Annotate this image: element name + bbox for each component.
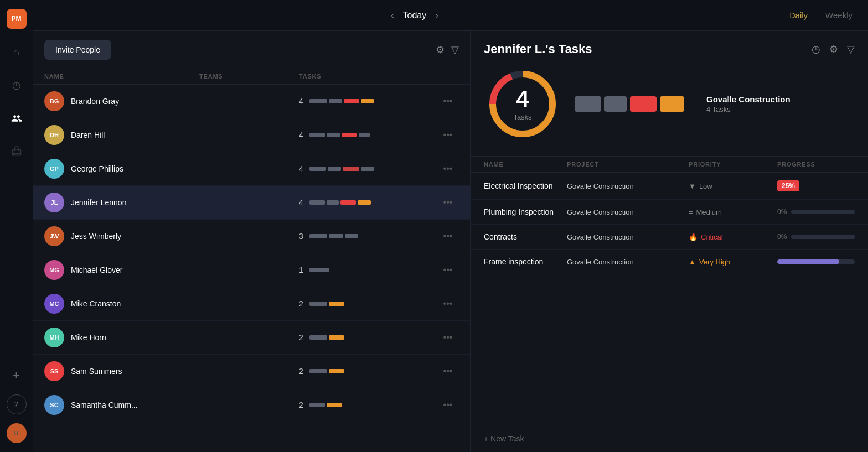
task-bar bbox=[329, 234, 343, 238]
more-options-button[interactable]: ••• bbox=[437, 96, 459, 106]
person-name: MG Michael Glover bbox=[44, 260, 199, 280]
more-options-button[interactable]: ••• bbox=[437, 299, 459, 309]
more-options-button[interactable]: ••• bbox=[437, 366, 459, 376]
task-bars: 2 bbox=[299, 367, 437, 376]
task-bar bbox=[327, 200, 339, 205]
task-bars: 1 bbox=[299, 266, 437, 274]
task-count: 1 bbox=[299, 266, 303, 274]
task-count: 4 bbox=[299, 164, 303, 173]
progress-bar-bg bbox=[777, 259, 855, 264]
task-bar bbox=[329, 335, 344, 340]
more-options-button[interactable]: ••• bbox=[437, 164, 459, 174]
person-row[interactable]: JW Jess Wimberly 3 ••• bbox=[33, 220, 470, 253]
people-panel-header: Invite People ⚙ ▽ bbox=[33, 31, 470, 69]
people-panel: Invite People ⚙ ▽ NAME TEAMS TASKS BG Br… bbox=[33, 31, 471, 452]
legend-bar-1 bbox=[575, 96, 601, 112]
next-button[interactable]: › bbox=[431, 8, 442, 23]
settings-icon[interactable]: ⚙ bbox=[436, 44, 445, 56]
task-row[interactable]: Electrical Inspection Govalle Constructi… bbox=[471, 173, 868, 200]
avatar: SC bbox=[44, 395, 64, 415]
chart-icon[interactable]: ◷ bbox=[812, 43, 820, 55]
task-bars: 4 bbox=[299, 198, 437, 207]
briefcase-icon[interactable] bbox=[7, 142, 27, 162]
help-icon[interactable]: ? bbox=[7, 394, 27, 414]
task-row[interactable]: Contracts Govalle Construction 🔥 Critica… bbox=[471, 225, 868, 250]
person-name: BG Brandon Gray bbox=[44, 91, 199, 111]
task-bar bbox=[344, 99, 359, 103]
progress-cell: 0% bbox=[777, 233, 855, 241]
person-row[interactable]: GP George Phillips 4 ••• bbox=[33, 152, 470, 186]
more-options-button[interactable]: ••• bbox=[437, 265, 459, 275]
donut-label: Tasks bbox=[513, 113, 531, 121]
add-icon[interactable]: + bbox=[7, 366, 27, 386]
task-bar bbox=[309, 268, 329, 272]
content-area: Invite People ⚙ ▽ NAME TEAMS TASKS BG Br… bbox=[33, 31, 868, 452]
legend-bar-2 bbox=[604, 96, 627, 112]
task-bar bbox=[343, 167, 359, 171]
person-name: SC Samantha Cumm... bbox=[44, 395, 199, 415]
logo-icon[interactable]: PM bbox=[7, 9, 27, 29]
progress-bar-bg bbox=[791, 210, 855, 214]
prev-button[interactable]: ‹ bbox=[386, 8, 398, 23]
person-row[interactable]: MC Mike Cranston 2 ••• bbox=[33, 287, 470, 321]
project-name: Govalle Construction bbox=[706, 95, 790, 104]
person-row[interactable]: DH Daren Hill 4 ••• bbox=[33, 118, 470, 152]
people-icon[interactable] bbox=[7, 108, 27, 128]
more-options-button[interactable]: ••• bbox=[437, 332, 459, 342]
task-project: Govalle Construction bbox=[567, 233, 689, 241]
task-bar bbox=[309, 234, 327, 238]
task-bars: 4 bbox=[299, 164, 437, 173]
priority-icon: ▼ bbox=[689, 182, 696, 190]
weekly-view-button[interactable]: Weekly bbox=[821, 8, 857, 22]
task-progress-header: PROGRESS bbox=[777, 161, 855, 168]
more-options-button[interactable]: ••• bbox=[437, 231, 459, 241]
person-row[interactable]: JL Jennifer Lennon 4 ••• bbox=[33, 186, 470, 220]
person-name: MH Mike Horn bbox=[44, 328, 199, 347]
new-task-button[interactable]: + New Task bbox=[471, 425, 868, 452]
task-row[interactable]: Frame inspection Govalle Construction ▲ … bbox=[471, 250, 868, 274]
task-bar bbox=[327, 403, 342, 407]
person-name: DH Daren Hill bbox=[44, 125, 199, 145]
settings-tasks-icon[interactable]: ⚙ bbox=[829, 43, 838, 55]
task-row[interactable]: Plumbing Inspection Govalle Construction… bbox=[471, 200, 868, 225]
more-options-button[interactable]: ••• bbox=[437, 198, 459, 207]
task-count: 4 bbox=[299, 198, 303, 207]
invite-people-button[interactable]: Invite People bbox=[44, 40, 111, 60]
actions-column-header bbox=[437, 73, 459, 80]
task-project: Govalle Construction bbox=[567, 182, 689, 190]
clock-icon[interactable]: ◷ bbox=[7, 75, 27, 95]
person-row[interactable]: SC Samantha Cumm... 2 ••• bbox=[33, 388, 470, 422]
filter-tasks-icon[interactable]: ▽ bbox=[847, 43, 855, 55]
person-row[interactable]: SS Sam Summers 2 ••• bbox=[33, 355, 470, 388]
task-bar bbox=[309, 302, 327, 306]
task-project-header: PROJECT bbox=[567, 161, 689, 168]
task-bar bbox=[361, 167, 374, 171]
task-bars: 3 bbox=[299, 232, 437, 241]
person-name: JL Jennifer Lennon bbox=[44, 193, 199, 212]
task-bar bbox=[358, 200, 371, 205]
person-row[interactable]: MH Mike Horn 2 ••• bbox=[33, 321, 470, 355]
topbar: ‹ Today › Daily Weekly bbox=[33, 0, 868, 31]
priority-badge: ▼ Low bbox=[689, 182, 777, 190]
more-options-button[interactable]: ••• bbox=[437, 130, 459, 140]
person-row[interactable]: BG Brandon Gray 4 ••• bbox=[33, 85, 470, 118]
task-project: Govalle Construction bbox=[567, 208, 689, 216]
filter-icon[interactable]: ▽ bbox=[451, 44, 459, 56]
avatar: MH bbox=[44, 328, 64, 347]
task-count: 2 bbox=[299, 333, 303, 342]
task-bar bbox=[342, 133, 357, 137]
task-bar bbox=[329, 99, 342, 103]
daily-view-button[interactable]: Daily bbox=[785, 8, 812, 22]
legend-bar-3 bbox=[630, 96, 657, 112]
task-bar bbox=[309, 99, 327, 103]
task-bar bbox=[309, 335, 327, 340]
person-row[interactable]: MG Michael Glover 1 ••• bbox=[33, 253, 470, 287]
home-icon[interactable]: ⌂ bbox=[7, 42, 27, 62]
progress-text: 0% bbox=[777, 233, 787, 241]
more-options-button[interactable]: ••• bbox=[437, 400, 459, 410]
task-bar bbox=[359, 133, 370, 137]
tasks-summary: 4 Tasks Govalle Construction 4 Tasks bbox=[471, 65, 868, 156]
user-avatar-bottom[interactable]: U bbox=[7, 423, 27, 443]
priority-label: Medium bbox=[696, 208, 722, 216]
priority-badge: ▲ Very High bbox=[689, 258, 777, 266]
